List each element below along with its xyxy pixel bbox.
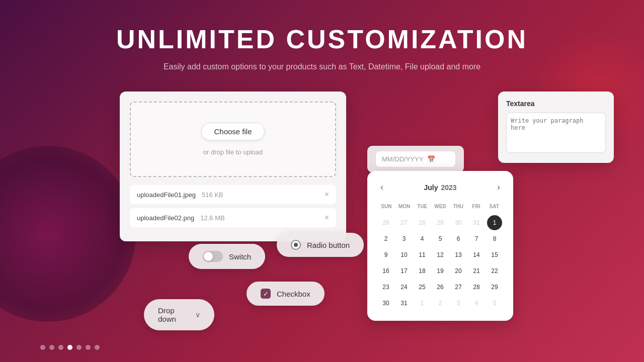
textarea-card: Textarea: [498, 92, 614, 163]
radio-label: Radio button: [307, 241, 350, 249]
cal-date-w2d2[interactable]: 11: [415, 247, 430, 262]
checkbox-component[interactable]: ✓ Checkbox: [247, 282, 325, 306]
cal-date-w4d6[interactable]: 29: [487, 280, 502, 295]
file-item-1: uploadedFile01.jpeg 516 KB ×: [130, 185, 336, 204]
cal-date-w4d3[interactable]: 26: [433, 280, 448, 295]
calendar-next-button[interactable]: ›: [494, 181, 503, 194]
calendar-card: ‹ July 2023 › SUN MON TUE WED THU FRI SA…: [367, 171, 513, 321]
checkbox-label: Checkbox: [277, 290, 310, 298]
page-title: UNLIMITED CUSTOMIZATION: [0, 24, 644, 54]
date-input[interactable]: MM/DD/YYYY 📅: [375, 151, 456, 167]
calendar-header: ‹ July 2023 ›: [377, 181, 503, 194]
cal-date-w4d1[interactable]: 24: [396, 280, 412, 295]
calendar-year: 2023: [441, 184, 456, 192]
dot-1[interactable]: [40, 345, 45, 350]
cal-date-w2d4[interactable]: 13: [451, 247, 466, 262]
cal-date-w3d6[interactable]: 22: [487, 263, 502, 279]
check-icon: ✓: [263, 291, 269, 297]
pagination: [40, 345, 100, 350]
cal-date-w2d0[interactable]: 9: [378, 247, 393, 262]
switch-thumb: [204, 252, 213, 261]
radio-outer: [291, 240, 301, 250]
chevron-down-icon: ∨: [195, 311, 200, 319]
cal-date-w3d2[interactable]: 18: [415, 263, 430, 279]
cal-date-w5d0[interactable]: 30: [378, 296, 393, 311]
dot-4-active[interactable]: [67, 345, 72, 350]
cal-date-w0d5[interactable]: 31: [469, 215, 484, 230]
switch-component[interactable]: Switch: [189, 244, 265, 269]
page-header: UNLIMITED CUSTOMIZATION Easily add custo…: [0, 0, 644, 71]
cal-date-w3d3[interactable]: 19: [433, 263, 448, 279]
radio-button-component[interactable]: Radio button: [277, 233, 364, 257]
cal-date-w1d5[interactable]: 7: [469, 231, 484, 246]
file-close-2[interactable]: ×: [325, 213, 329, 222]
cal-date-w1d2[interactable]: 4: [415, 231, 430, 246]
day-fri: FRI: [467, 202, 486, 211]
day-sat: SAT: [485, 202, 503, 211]
cal-date-w2d1[interactable]: 10: [396, 247, 412, 262]
page-subtitle: Easily add custom options to your produc…: [0, 62, 644, 71]
cal-date-w3d5[interactable]: 21: [469, 263, 484, 279]
cal-date-w5d4[interactable]: 3: [451, 296, 466, 311]
cal-date-w1d6[interactable]: 8: [487, 231, 502, 246]
textarea-label: Textarea: [506, 100, 606, 108]
file-name-1: uploadedFile01.jpeg: [137, 191, 196, 199]
dropdown-component[interactable]: Drop down ∨: [144, 299, 214, 330]
day-thu: THU: [449, 202, 467, 211]
switch-track: [203, 251, 223, 262]
choose-file-button[interactable]: Choose file: [201, 123, 264, 140]
dot-5[interactable]: [76, 345, 82, 350]
cal-date-w4d4[interactable]: 27: [451, 280, 466, 295]
cal-date-w1d4[interactable]: 6: [451, 231, 466, 246]
cal-date-w5d5[interactable]: 4: [469, 296, 484, 311]
cal-date-w2d6[interactable]: 15: [487, 247, 502, 262]
calendar-grid: 2627282930311234567891011121314151617181…: [377, 215, 503, 311]
switch-label: Switch: [229, 252, 251, 261]
date-placeholder: MM/DD/YYYY: [382, 155, 423, 163]
dot-6[interactable]: [86, 345, 91, 350]
dot-2[interactable]: [49, 345, 54, 350]
cal-date-w4d0[interactable]: 23: [378, 280, 393, 295]
cal-date-w4d5[interactable]: 28: [469, 280, 484, 295]
cal-date-w1d0[interactable]: 2: [378, 231, 393, 246]
day-tue: TUE: [413, 202, 431, 211]
file-item-2: uploadedFile02.png 12.6 MB ×: [130, 208, 336, 227]
calendar-days-header: SUN MON TUE WED THU FRI SAT: [377, 202, 503, 211]
cal-date-w3d1[interactable]: 17: [396, 263, 412, 279]
day-wed: WED: [431, 202, 449, 211]
cal-date-w4d2[interactable]: 25: [415, 280, 430, 295]
calendar-icon: 📅: [427, 155, 435, 163]
cal-date-w0d4[interactable]: 30: [451, 215, 466, 230]
file-name-2: uploadedFile02.png: [137, 214, 194, 222]
cal-date-w2d5[interactable]: 14: [469, 247, 484, 262]
day-sun: SUN: [377, 202, 395, 211]
dot-7[interactable]: [95, 345, 100, 350]
dot-3[interactable]: [58, 345, 63, 350]
file-size-1: 516 KB: [202, 191, 223, 199]
cal-date-w1d3[interactable]: 5: [433, 231, 448, 246]
cal-date-w3d4[interactable]: 20: [451, 263, 466, 279]
cal-date-w2d3[interactable]: 12: [433, 247, 448, 262]
calendar-prev-button[interactable]: ‹: [377, 181, 386, 194]
file-upload-card: Choose file or drop file to upload uploa…: [120, 92, 346, 241]
textarea-input[interactable]: [506, 113, 606, 153]
cal-date-w5d3[interactable]: 2: [433, 296, 448, 311]
cal-date-w5d2[interactable]: 1: [415, 296, 430, 311]
cal-date-w0d0[interactable]: 26: [378, 215, 393, 230]
cal-date-w5d1[interactable]: 31: [396, 296, 412, 311]
cal-date-w5d6[interactable]: 5: [487, 296, 502, 311]
cal-date-w0d6[interactable]: 1: [487, 215, 502, 230]
day-mon: MON: [395, 202, 414, 211]
checkbox-box: ✓: [261, 289, 271, 299]
drop-text: or drop file to upload: [141, 148, 325, 156]
file-size-2: 12.6 MB: [200, 214, 224, 222]
cal-date-w3d0[interactable]: 16: [378, 263, 393, 279]
radio-inner: [294, 243, 298, 247]
cal-date-w0d3[interactable]: 29: [433, 215, 448, 230]
cal-date-w0d1[interactable]: 27: [396, 215, 412, 230]
cal-date-w1d1[interactable]: 3: [396, 231, 412, 246]
cal-date-w0d2[interactable]: 28: [415, 215, 430, 230]
calendar-month: July: [424, 184, 438, 192]
file-close-1[interactable]: ×: [325, 190, 329, 199]
dropzone[interactable]: Choose file or drop file to upload: [130, 102, 336, 177]
